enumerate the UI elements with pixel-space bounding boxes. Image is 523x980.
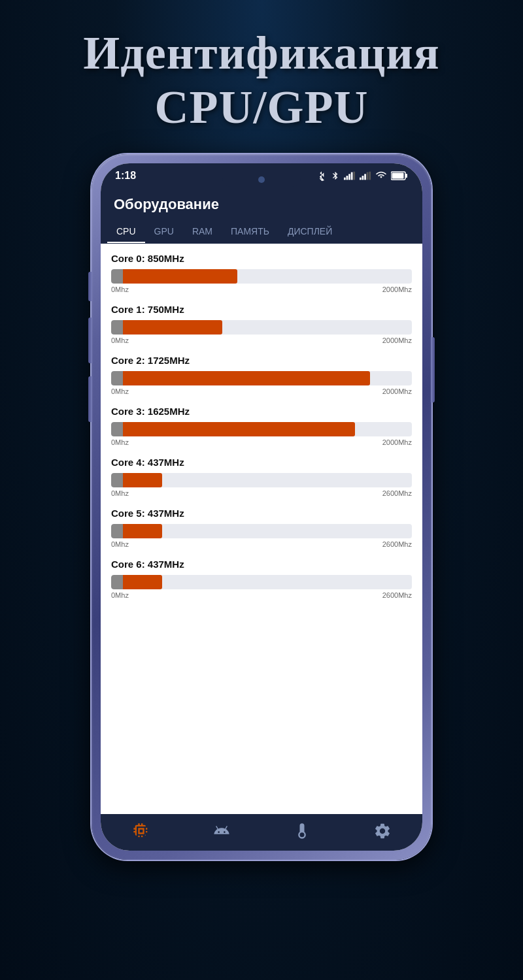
- svg-rect-8: [367, 172, 369, 180]
- signal2-icon: [360, 171, 371, 180]
- core-bar-3: [111, 422, 412, 436]
- core-max-label-3: 2000Mhz: [382, 438, 412, 446]
- notch: [222, 172, 301, 187]
- core-bar-2: [111, 371, 412, 385]
- svg-rect-2: [348, 174, 350, 180]
- core-bar-1: [111, 320, 412, 335]
- core-label-5: Core 5: 437MHz: [111, 508, 412, 519]
- status-icons: [316, 171, 408, 181]
- core-bar-handle-1: [111, 320, 123, 335]
- core-min-label-0: 0Mhz: [111, 286, 129, 293]
- core-bar-labels-5: 0Mhz2600Mhz: [111, 540, 412, 548]
- status-time: 1:18: [115, 170, 136, 182]
- core-bar-fill-1: [123, 320, 222, 335]
- core-max-label-0: 2000Mhz: [382, 286, 412, 293]
- svg-rect-11: [405, 174, 407, 178]
- core-bar-track-4: [111, 473, 412, 487]
- svg-rect-6: [362, 176, 364, 180]
- core-label-4: Core 4: 437MHz: [111, 457, 412, 468]
- core-bar-labels-4: 0Mhz2600Mhz: [111, 489, 412, 497]
- core-bar-fill-6: [123, 575, 162, 589]
- svg-rect-3: [351, 172, 353, 180]
- core-min-label-5: 0Mhz: [111, 540, 129, 548]
- tabs-container: CPU GPU RAM ПАМЯТЬ ДИСПЛЕЙ: [101, 220, 422, 244]
- core-item-1: Core 1: 750MHz0Mhz2000Mhz: [111, 304, 412, 344]
- core-max-label-6: 2600Mhz: [382, 591, 412, 599]
- core-bar-handle-3: [111, 422, 123, 436]
- core-bar-labels-6: 0Mhz2600Mhz: [111, 591, 412, 599]
- core-min-label-3: 0Mhz: [111, 438, 129, 446]
- core-label-0: Core 0: 850MHz: [111, 253, 412, 264]
- app-header: Оборудование: [101, 187, 422, 220]
- core-bar-track-1: [111, 320, 412, 335]
- svg-rect-5: [360, 177, 362, 180]
- core-label-2: Core 2: 1725MHz: [111, 355, 412, 366]
- volume-down-button[interactable]: [88, 376, 92, 422]
- core-bar-fill-2: [123, 371, 370, 385]
- app-header-title: Оборудование: [114, 196, 219, 212]
- core-bar-track-3: [111, 422, 412, 436]
- core-bar-fill-4: [123, 473, 162, 487]
- core-bar-track-0: [111, 269, 412, 284]
- core-max-label-5: 2600Mhz: [382, 540, 412, 548]
- core-bar-handle-4: [111, 473, 123, 487]
- bluetooth-icon: [316, 171, 327, 181]
- volume-mute-button[interactable]: [88, 272, 92, 301]
- tab-cpu[interactable]: CPU: [107, 220, 145, 243]
- core-bar-track-6: [111, 575, 412, 589]
- tab-gpu[interactable]: GPU: [145, 220, 183, 243]
- nav-device[interactable]: [212, 822, 231, 840]
- core-min-label-2: 0Mhz: [111, 387, 129, 395]
- svg-rect-1: [346, 176, 348, 180]
- core-bar-track-2: [111, 371, 412, 385]
- nav-temperature[interactable]: [293, 822, 311, 840]
- svg-rect-7: [364, 174, 366, 180]
- core-min-label-1: 0Mhz: [111, 336, 129, 344]
- notch-camera: [258, 176, 265, 183]
- nav-cpu[interactable]: [132, 822, 150, 840]
- core-bar-labels-3: 0Mhz2000Mhz: [111, 438, 412, 446]
- page-title: Идентификация CPU/GPU: [83, 26, 439, 135]
- core-bar-5: [111, 524, 412, 538]
- core-bar-labels-0: 0Mhz2000Mhz: [111, 286, 412, 293]
- core-min-label-6: 0Mhz: [111, 591, 129, 599]
- core-bar-labels-2: 0Mhz2000Mhz: [111, 387, 412, 395]
- phone-container: 1:18: [92, 154, 431, 860]
- core-bar-0: [111, 269, 412, 284]
- core-item-2: Core 2: 1725MHz0Mhz2000Mhz: [111, 355, 412, 395]
- core-bar-labels-1: 0Mhz2000Mhz: [111, 336, 412, 344]
- core-bar-handle-6: [111, 575, 123, 589]
- tab-display[interactable]: ДИСПЛЕЙ: [278, 220, 341, 243]
- core-bar-handle-0: [111, 269, 123, 284]
- core-item-4: Core 4: 437MHz0Mhz2600Mhz: [111, 457, 412, 497]
- svg-rect-0: [344, 177, 346, 180]
- signal1-icon: [344, 171, 356, 180]
- core-bar-6: [111, 575, 412, 589]
- core-bar-fill-0: [123, 269, 237, 284]
- nav-settings[interactable]: [373, 822, 392, 840]
- tab-memory[interactable]: ПАМЯТЬ: [222, 220, 278, 243]
- bottom-nav: [101, 814, 422, 851]
- core-item-5: Core 5: 437MHz0Mhz2600Mhz: [111, 508, 412, 548]
- core-bar-track-5: [111, 524, 412, 538]
- battery-icon: [391, 171, 408, 180]
- core-item-3: Core 3: 1625MHz0Mhz2000Mhz: [111, 406, 412, 446]
- core-max-label-4: 2600Mhz: [382, 489, 412, 497]
- core-bar-fill-3: [123, 422, 355, 436]
- content-area: Core 0: 850MHz0Mhz2000MhzCore 1: 750MHz0…: [101, 244, 422, 814]
- bluetooth-icon: [331, 171, 340, 181]
- core-label-3: Core 3: 1625MHz: [111, 406, 412, 417]
- volume-up-button[interactable]: [88, 318, 92, 363]
- wifi-icon: [375, 171, 387, 180]
- phone-screen: 1:18: [101, 163, 422, 851]
- core-item-6: Core 6: 437MHz0Mhz2600Mhz: [111, 559, 412, 599]
- core-bar-4: [111, 473, 412, 487]
- svg-rect-12: [392, 172, 404, 178]
- core-bar-handle-5: [111, 524, 123, 538]
- phone-frame: 1:18: [92, 154, 431, 860]
- core-label-1: Core 1: 750MHz: [111, 304, 412, 315]
- tab-ram[interactable]: RAM: [183, 220, 222, 243]
- core-item-0: Core 0: 850MHz0Mhz2000Mhz: [111, 253, 412, 293]
- power-button[interactable]: [431, 337, 435, 402]
- core-max-label-2: 2000Mhz: [382, 387, 412, 395]
